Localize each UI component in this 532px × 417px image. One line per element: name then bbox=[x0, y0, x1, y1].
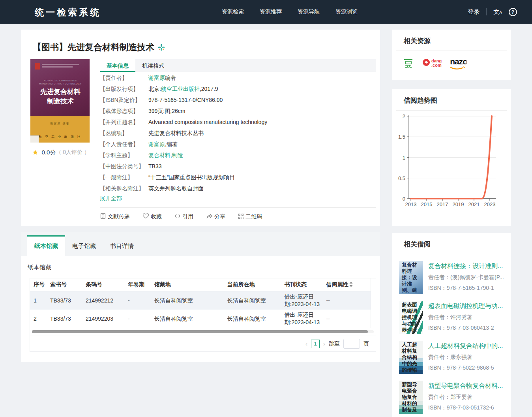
star-icon bbox=[32, 148, 38, 156]
related-book-isbn: ISBN：978-7-03-051732-6 bbox=[428, 404, 503, 411]
metadata-row: 【相关题名附注】英文并列题名取自封面 bbox=[100, 183, 376, 194]
field-label: 【相关题名附注】 bbox=[100, 183, 148, 194]
action-二维码[interactable]: 二维码 bbox=[238, 213, 262, 220]
related-book-cover: 复合材料连接：设计准则、建 bbox=[399, 261, 423, 294]
prev-page-button[interactable]: ‹ bbox=[305, 340, 307, 347]
expand-all-link[interactable]: 展开全部 bbox=[100, 194, 122, 203]
cover-publisher-logo: 航 空 工 业 出 版 社 bbox=[30, 135, 90, 139]
metadata-row: 【学科主题】复合材料,制造 bbox=[100, 150, 376, 161]
metadata-row: 【责任者】谢富原编著 bbox=[100, 72, 376, 83]
nav-item-1[interactable]: 资源推荐 bbox=[260, 8, 282, 15]
field-link[interactable]: 复合材料,制造 bbox=[148, 152, 183, 158]
field-text: 英文并列题名取自封面 bbox=[148, 185, 204, 192]
table-row: 1TB33/73214992212-长清自科阅览室长清自科阅览室借出-应还日 期… bbox=[30, 291, 371, 310]
field-link[interactable]: 谢富原 bbox=[148, 75, 165, 81]
field-label: 【丛编项】 bbox=[100, 128, 148, 139]
related-book-title[interactable]: 人工超材料复合结构中的... bbox=[428, 342, 503, 350]
field-link[interactable]: 航空工业出版社 bbox=[161, 86, 200, 92]
help-icon[interactable]: ? bbox=[509, 8, 517, 16]
jump-page-input[interactable] bbox=[343, 339, 360, 349]
dangdang-logo[interactable]: dang.com bbox=[422, 58, 442, 68]
related-book-title[interactable]: 超表面电磁调控机理与功... bbox=[428, 302, 503, 310]
related-book-item[interactable]: 复合材料连接：设计准则、建复合材料连接：设计准则...责任者：(澳)佩德罗·卡曼… bbox=[399, 261, 505, 294]
field-link[interactable]: 谢富原 bbox=[148, 141, 165, 147]
col-header: 条码号 bbox=[82, 278, 124, 291]
holdings-tabs: 纸本馆藏电子馆藏书目详情 bbox=[21, 232, 380, 256]
action-文献传递[interactable]: 文献传递 bbox=[100, 213, 130, 220]
field-value: 先进复合材料技术丛书 bbox=[148, 128, 204, 139]
metadata-row: 【个人责任者】谢富原,编著 bbox=[100, 139, 376, 150]
table-cell: 借出-应还日 期:2023-04-13 bbox=[281, 310, 323, 328]
field-label: 【并列正题名】 bbox=[100, 116, 148, 128]
nav-item-0[interactable]: 资源检索 bbox=[222, 8, 244, 15]
decor-flower-icon bbox=[158, 44, 165, 51]
language-icon[interactable]: 文A bbox=[493, 8, 502, 16]
field-text: ,2017.9 bbox=[200, 86, 218, 92]
field-text: TB33 bbox=[148, 163, 161, 169]
field-label: 【出版发行项】 bbox=[100, 83, 148, 94]
nav-separator bbox=[486, 8, 487, 15]
related-book-cover: 新型导电聚合物复合材料的制备及 bbox=[399, 381, 423, 414]
holdings-card: 纸本馆藏电子馆藏书目详情 纸本馆藏 序号索书号条码号年卷期馆藏地当前所在地书刊状… bbox=[21, 232, 380, 362]
related-resources-panel: 相关资源 dang.com nazon bbox=[392, 30, 511, 80]
svg-text:2023: 2023 bbox=[484, 201, 496, 207]
col-header: 当前所在地 bbox=[224, 278, 281, 291]
related-book-title[interactable]: 复合材料连接：设计准则... bbox=[428, 262, 504, 270]
info-tab-1[interactable]: 机读格式 bbox=[135, 59, 171, 72]
action-收藏[interactable]: 收藏 bbox=[142, 213, 162, 220]
table-cell: 214992203 bbox=[82, 310, 124, 328]
cover-author: 谢富原 编著 bbox=[30, 116, 90, 126]
related-book-isbn: ISBN：978-7-03-060413-2 bbox=[428, 325, 503, 332]
rating-score: 0.0分 bbox=[42, 149, 56, 156]
info-tab-0[interactable]: 基本信息 bbox=[100, 59, 135, 72]
field-label: 【学科主题】 bbox=[100, 150, 148, 161]
field-value: 978-7-5165-1317-0/CNY86.00 bbox=[148, 94, 223, 105]
page-number[interactable]: 1 bbox=[311, 340, 320, 348]
action-引用[interactable]: 引用 bbox=[174, 213, 193, 220]
related-book-title[interactable]: 新型导电聚合物复合材料... bbox=[428, 382, 503, 390]
app-logo[interactable]: 统一检索系统 bbox=[35, 6, 101, 19]
holdings-tab-2[interactable]: 书目详情 bbox=[103, 235, 141, 256]
action-分享[interactable]: 分享 bbox=[206, 213, 225, 220]
nav-item-3[interactable]: 资源浏览 bbox=[335, 8, 358, 15]
field-label: 【载体形态项】 bbox=[100, 105, 148, 116]
book-cover[interactable]: ADVANCED COMPOSITES MANUFACTURING TECHNO… bbox=[30, 59, 90, 143]
login-link[interactable]: 登录 bbox=[468, 8, 480, 16]
field-label: 【一般附注】 bbox=[100, 172, 148, 183]
table-cell: 2 bbox=[30, 310, 47, 328]
related-book-item[interactable]: 新型导电聚合物复合材料的制备及新型导电聚合物复合材料...责任者：郑玉婴著ISB… bbox=[399, 381, 505, 414]
rating-count: （ 0人评价 ） bbox=[56, 149, 90, 156]
field-value: “十三五”国家重点图书出版规划项目 bbox=[148, 172, 235, 183]
borrow-trend-panel: 借阅趋势图 00.511.52201320152017201920212023 bbox=[392, 89, 511, 226]
field-value: 谢富原,编著 bbox=[148, 139, 178, 150]
table-cell: -- bbox=[323, 310, 371, 328]
table-cell: - bbox=[124, 291, 151, 310]
next-page-button[interactable]: › bbox=[323, 340, 325, 347]
amazon-logo[interactable]: nazon bbox=[450, 57, 466, 70]
field-text: 399页:图;26cm bbox=[148, 108, 185, 114]
douban-logo[interactable] bbox=[403, 58, 414, 69]
metadata-list: 【责任者】谢富原编著【出版发行项】北京:航空工业出版社,2017.9【ISBN及… bbox=[100, 72, 376, 194]
h-scrollbar[interactable] bbox=[32, 330, 374, 333]
related-book-item[interactable]: 人工超材料复合结构中的光的传输人工超材料复合结构中的...责任者：康永强著ISB… bbox=[399, 341, 505, 374]
holdings-tab-1[interactable]: 电子馆藏 bbox=[65, 235, 103, 256]
field-text: “十三五”国家重点图书出版规划项目 bbox=[148, 174, 235, 180]
related-resources-title: 相关资源 bbox=[396, 30, 507, 51]
col-header[interactable]: 借阅属性 bbox=[323, 278, 371, 291]
svg-text:2015: 2015 bbox=[421, 201, 433, 207]
svg-text:1.5: 1.5 bbox=[398, 134, 405, 140]
field-text: 978-7-5165-1317-0/CNY86.00 bbox=[148, 97, 223, 103]
cover-sticker bbox=[30, 135, 39, 143]
metadata-row: 【出版发行项】北京:航空工业出版社,2017.9 bbox=[100, 83, 376, 94]
svg-text:2019: 2019 bbox=[453, 201, 464, 207]
table-cell: TB33/73 bbox=[47, 291, 82, 310]
jump-label: 跳至 bbox=[329, 340, 340, 348]
metadata-row: 【丛编项】先进复合材料技术丛书 bbox=[100, 128, 376, 139]
cover-title: 先进复合材料制造技术 bbox=[35, 87, 86, 106]
nav-item-2[interactable]: 资源导航 bbox=[298, 8, 320, 15]
holdings-tab-0[interactable]: 纸本馆藏 bbox=[27, 235, 65, 256]
related-book-item[interactable]: 超表面电磁调控机理与功能器件应超表面电磁调控机理与功...责任者：许河秀著ISB… bbox=[399, 301, 505, 334]
pagination: ‹ 1 › 跳至 页 bbox=[30, 336, 376, 351]
table-cell: 长清自科阅览室 bbox=[224, 310, 281, 328]
related-book-isbn: ISBN：978-7-5165-1790-1 bbox=[428, 285, 504, 292]
